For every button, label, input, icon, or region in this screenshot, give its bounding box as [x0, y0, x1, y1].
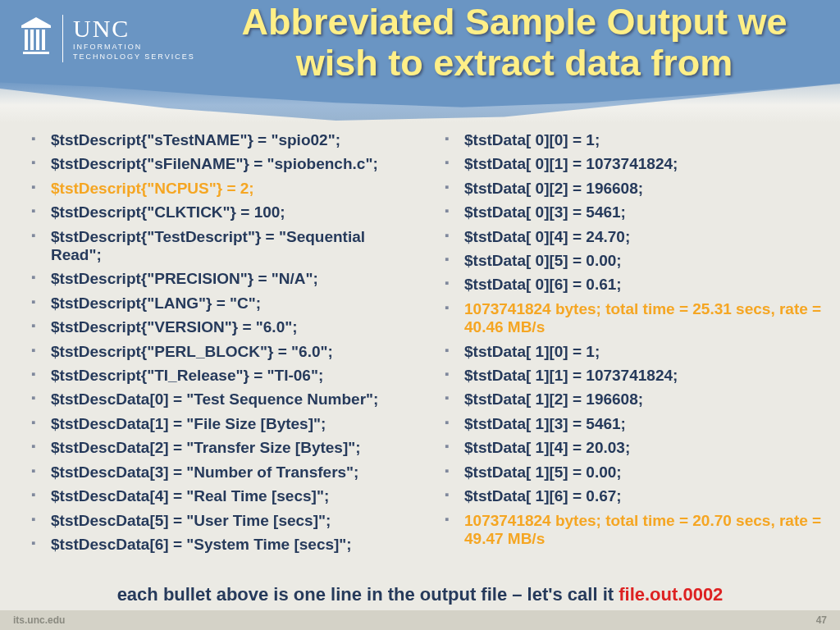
list-item: $tstDescript{"TI_Release"} = "TI-06"; [31, 367, 412, 385]
list-item: $tstData[ 0][4] = 24.70; [445, 228, 825, 246]
list-item: $tstData[ 0][2] = 196608; [445, 180, 825, 198]
list-item: $tstDescData[4] = "Real Time [secs]"; [31, 487, 412, 505]
list-item: $tstDescData[0] = "Test Sequence Number"… [31, 390, 412, 409]
footer-url: its.unc.edu [13, 614, 65, 626]
slide-number: 47 [816, 614, 827, 626]
list-item: $tstData[ 1][2] = 196608; [445, 390, 825, 409]
list-item: $tstData[ 1][6] = 0.67; [445, 487, 825, 505]
list-item: $tstDescData[5] = "User Time [secs]"; [31, 512, 412, 530]
list-item: $tstData[ 1][1] = 1073741824; [445, 367, 825, 385]
slide-title: Abbreviated Sample Output we wish to ext… [0, 2, 840, 83]
list-item: $tstDescData[2] = "Transfer Size [Bytes]… [31, 439, 412, 457]
caption-filename: file.out.0002 [619, 584, 723, 605]
list-item: 1073741824 bytes; total time = 25.31 sec… [445, 300, 825, 337]
caption-text: each bullet above is one line in the out… [117, 584, 619, 605]
list-item: $tstData[ 0][0] = 1; [445, 131, 825, 149]
list-item: $tstDescript{"PERL_BLOCK"} = "6.0"; [31, 343, 412, 361]
list-item: $tstDescript{"sFileNAME"} = "spiobench.c… [31, 155, 412, 173]
slide: UNC INFORMATION TECHNOLOGY SERVICES Abbr… [0, 0, 840, 630]
list-item: $tstDescript{"NCPUS"} = 2; [31, 180, 412, 198]
right-column: $tstData[ 0][0] = 1;$tstData[ 0][1] = 10… [427, 127, 840, 582]
footer: its.unc.edu 47 [0, 610, 840, 630]
list-item: $tstData[ 0][1] = 1073741824; [445, 155, 825, 173]
list-item: $tstData[ 0][6] = 0.61; [445, 276, 825, 294]
right-list: $tstData[ 0][0] = 1;$tstData[ 0][1] = 10… [445, 131, 825, 548]
list-item: 1073741824 bytes; total time = 20.70 sec… [445, 512, 825, 549]
list-item: $tstData[ 0][5] = 0.00; [445, 252, 825, 270]
list-item: $tstDescript{"LANG"} = "C"; [31, 294, 412, 313]
list-item: $tstDescData[3] = "Number of Transfers"; [31, 463, 412, 482]
list-item: $tstDescript{"CLKTICK"} = 100; [31, 203, 412, 221]
list-item: $tstData[ 1][0] = 1; [445, 343, 825, 361]
caption: each bullet above is one line in the out… [0, 584, 840, 605]
left-list: $tstDescript{"sTestNAME"} = "spio02";$ts… [31, 131, 412, 554]
list-item: $tstData[ 0][3] = 5461; [445, 203, 825, 221]
list-item: $tstData[ 1][5] = 0.00; [445, 463, 825, 482]
list-item: $tstDescData[1] = "File Size [Bytes]"; [31, 415, 412, 433]
list-item: $tstDescript{"PRECISION"} = "N/A"; [31, 270, 412, 288]
left-column: $tstDescript{"sTestNAME"} = "spio02";$ts… [0, 127, 427, 582]
body: $tstDescript{"sTestNAME"} = "spio02";$ts… [0, 127, 840, 582]
list-item: $tstDescript{"sTestNAME"} = "spio02"; [31, 131, 412, 149]
list-item: $tstData[ 1][4] = 20.03; [445, 439, 825, 457]
list-item: $tstDescript{"VERSION"} = "6.0"; [31, 318, 412, 336]
list-item: $tstData[ 1][3] = 5461; [445, 415, 825, 433]
list-item: $tstDescript{"TestDescript"} = "Sequenti… [31, 228, 412, 265]
list-item: $tstDescData[6] = "System Time [secs]"; [31, 536, 412, 554]
